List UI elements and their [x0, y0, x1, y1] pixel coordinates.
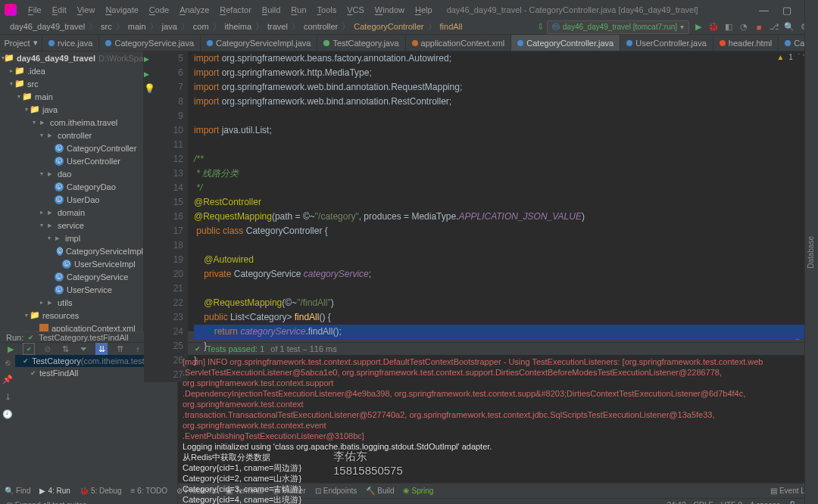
- crumb-8[interactable]: CategoryController: [351, 22, 426, 31]
- crumb-9[interactable]: findAll: [438, 22, 465, 31]
- search-icon[interactable]: 🔍: [783, 21, 795, 33]
- project-panel-toggle[interactable]: Project ▾: [0, 35, 42, 51]
- menu-edit[interactable]: Edit: [47, 5, 72, 14]
- crumb-4[interactable]: com: [191, 22, 211, 31]
- code-line-17[interactable]: public class CategoryController {: [194, 224, 809, 238]
- build-icon[interactable]: ⇩: [537, 22, 544, 32]
- tree-main[interactable]: ▾📁main: [0, 90, 143, 103]
- run-icon[interactable]: ▶: [692, 21, 704, 33]
- tab-applicationContext-xml[interactable]: applicationContext.xml: [406, 35, 512, 51]
- stop-icon[interactable]: ■: [753, 21, 765, 33]
- pin-icon[interactable]: 📌: [2, 375, 13, 384]
- tab-rvice-java[interactable]: rvice.java: [42, 35, 99, 51]
- tree-impl[interactable]: ▾▸impl: [0, 232, 143, 244]
- code-line-12[interactable]: /**: [194, 152, 809, 166]
- code-line-5[interactable]: import org.springframework.beans.factory…: [194, 51, 809, 66]
- maximize-icon[interactable]: ▢: [782, 5, 791, 16]
- code-line-15[interactable]: @RestController: [194, 195, 809, 210]
- main-menu[interactable]: FileEditViewNavigateCodeAnalyzeRefactorB…: [23, 5, 438, 14]
- code-line-23[interactable]: public List<Category> findAll() {: [194, 310, 809, 325]
- tree--idea[interactable]: ▸📁.idea: [0, 64, 143, 77]
- menu-file[interactable]: File: [23, 5, 47, 14]
- profile-icon[interactable]: ◔: [738, 21, 750, 33]
- run-tab[interactable]: ▶ 4: Run: [39, 487, 70, 495]
- git-icon[interactable]: ⎇: [768, 21, 780, 33]
- tree-CategoryController[interactable]: ⒸCategoryController: [0, 142, 143, 154]
- filter-icon[interactable]: ⏷: [77, 343, 89, 355]
- menu-run[interactable]: Run: [286, 5, 311, 14]
- menu-window[interactable]: Window: [370, 5, 410, 14]
- find-tab[interactable]: 🔍 Find: [5, 487, 30, 495]
- code-line-16[interactable]: @RequestMapping(path = ©~"/category", pr…: [194, 210, 809, 224]
- code-line-21[interactable]: [194, 282, 809, 296]
- tree-resources[interactable]: ▾📁resources: [0, 309, 143, 322]
- menu-analyze[interactable]: Analyze: [174, 5, 214, 14]
- expand-icon[interactable]: ⇊: [95, 343, 108, 355]
- tree-controller[interactable]: ▾▸controller: [0, 129, 143, 142]
- run-tab-label[interactable]: TestCategory.testFindAll: [39, 333, 128, 342]
- inspection-widget[interactable]: ▲1ˆ ˅: [776, 53, 806, 61]
- menu-tools[interactable]: Tools: [312, 5, 342, 14]
- tree-UserDao[interactable]: ⒸUserDao: [0, 193, 143, 206]
- tree-CategoryDao[interactable]: ⒸCategoryDao: [0, 180, 143, 193]
- tree-CategoryServiceImpl[interactable]: ⒸCategoryServiceImpl: [0, 244, 143, 257]
- code-line-20[interactable]: private CategoryService categoryService;: [194, 267, 809, 282]
- coverage-icon[interactable]: ◧: [723, 21, 735, 33]
- menu-view[interactable]: View: [72, 5, 101, 14]
- code-line-22[interactable]: @RequestMapping(©~"/findAll"): [194, 296, 809, 310]
- tree-UserService[interactable]: ⒸUserService: [0, 283, 143, 296]
- code-line-8[interactable]: import org.springframework.web.bind.anno…: [194, 95, 809, 109]
- code-line-18[interactable]: [194, 238, 809, 253]
- toggle-pass-icon[interactable]: ✔: [23, 343, 35, 355]
- breadcrumb[interactable]: day46_day49_travel〉src〉main〉java〉com〉ith…: [8, 21, 464, 33]
- code-line-10[interactable]: import java.util.List;: [194, 123, 809, 138]
- tree-domain[interactable]: ▸▸domain: [0, 206, 143, 219]
- tree-utils[interactable]: ▸▸utils: [0, 296, 143, 309]
- menu-code[interactable]: Code: [144, 5, 174, 14]
- crumb-7[interactable]: controller: [301, 22, 340, 31]
- tab-CategoryService-java[interactable]: CategoryService.java: [99, 35, 201, 51]
- run-config-dropdown[interactable]: ⓜ day46_day49_travel [tomcat7:run] ▾: [547, 20, 689, 34]
- tree-com-itheima-travel[interactable]: ▾▸com.itheima.travel: [0, 116, 143, 129]
- tree-applicationContext-xml[interactable]: ◆applicationContext.xml: [0, 322, 143, 331]
- right-tool-strip[interactable]: DatabaseMavenSciView: [804, 0, 818, 504]
- crumb-5[interactable]: itheima: [223, 22, 254, 31]
- menu-help[interactable]: Help: [410, 5, 438, 14]
- attach-icon[interactable]: ⎋: [5, 358, 11, 367]
- code-line-13[interactable]: * 线路分类: [194, 166, 809, 181]
- project-tree[interactable]: ▾📁 day46_day49_travel D:\WorkSpace\Idea\…: [0, 51, 143, 331]
- tree-src[interactable]: ▾📁src: [0, 77, 143, 90]
- crumb-6[interactable]: travel: [265, 22, 290, 31]
- history-icon[interactable]: 🕘: [2, 409, 13, 419]
- tree-UserServiceImpl[interactable]: ⒸUserServiceImpl: [0, 257, 143, 270]
- collapse-icon[interactable]: ⇈: [114, 343, 126, 355]
- code-editor[interactable]: ▶▶💡 567891011121314151617181920212223242…: [144, 51, 818, 331]
- todo-tab[interactable]: ≡ 6: TODO: [131, 487, 168, 495]
- tab-CategoryServiceImpl-java[interactable]: CategoryServiceImpl.java: [201, 35, 317, 51]
- tab-header-html[interactable]: header.html: [713, 35, 779, 51]
- tree-dao[interactable]: ▾▸dao: [0, 167, 143, 180]
- export-icon[interactable]: ⤓: [5, 392, 11, 402]
- console-output[interactable]: [main] INFO org.springframework.test.con…: [178, 355, 804, 504]
- menu-vcs[interactable]: VCS: [342, 5, 370, 14]
- code-line-24[interactable]: return categoryService.findAll();: [194, 325, 809, 339]
- code-line-14[interactable]: */: [194, 181, 809, 195]
- crumb-0[interactable]: day46_day49_travel: [8, 22, 87, 31]
- menu-navigate[interactable]: Navigate: [100, 5, 143, 14]
- editor-tabs[interactable]: Project ▾ rvice.javaCategoryService.java…: [0, 35, 818, 51]
- code-line-25[interactable]: }: [194, 339, 809, 353]
- code-line-6[interactable]: import org.springframework.http.MediaTyp…: [194, 66, 809, 80]
- run-gutter-left[interactable]: ⎋ 📌 ⤓ 🕘: [0, 355, 15, 504]
- tab-CategoryController-java[interactable]: CategoryController.java: [511, 35, 620, 51]
- crumb-1[interactable]: src: [98, 22, 114, 31]
- tab-TestCategory-java[interactable]: TestCategory.java: [317, 35, 405, 51]
- menu-refactor[interactable]: Refactor: [214, 5, 257, 14]
- tree-service[interactable]: ▾▸service: [0, 219, 143, 232]
- project-panel[interactable]: ▾📁 day46_day49_travel D:\WorkSpace\Idea\…: [0, 51, 144, 331]
- tree-CategoryService[interactable]: ⒸCategoryService: [0, 270, 143, 283]
- tab-UserController-java[interactable]: UserController.java: [620, 35, 713, 51]
- right-tool-database[interactable]: Database: [805, 232, 816, 273]
- code-line-9[interactable]: [194, 109, 809, 123]
- tree-java[interactable]: ▾📁java: [0, 103, 143, 116]
- sort-icon[interactable]: ⇅: [59, 343, 71, 355]
